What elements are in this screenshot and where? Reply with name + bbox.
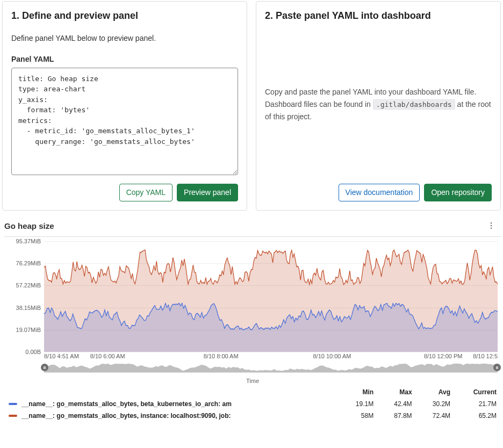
- y-tick: 57.22MiB: [16, 282, 41, 288]
- svg-point-1: [491, 225, 492, 226]
- x-tick: 8/10 12:00 PM: [424, 353, 463, 359]
- card-subtitle: Define panel YAML below to preview panel…: [11, 33, 238, 44]
- series-label: __name__: go_memstats_alloc_bytes, beta_…: [21, 400, 232, 408]
- y-tick: 76.29MiB: [16, 260, 41, 266]
- x-tick: 8/10 12:5: [473, 353, 498, 359]
- table-row[interactable]: __name__: go_memstats_alloc_bytes, beta_…: [4, 398, 501, 410]
- chart-title: Go heap size: [4, 221, 54, 230]
- y-tick: 38.15MiB: [16, 305, 41, 311]
- series-swatch: [9, 403, 17, 405]
- stat-max: 87.8M: [378, 410, 416, 422]
- y-tick: 0.00B: [25, 349, 41, 355]
- paste-panel-copy: Copy and paste the panel YAML into your …: [265, 86, 492, 122]
- copy-yaml-button[interactable]: Copy YAML: [119, 184, 173, 201]
- x-tick: 8/10 8:00 AM: [204, 353, 239, 359]
- open-repository-button[interactable]: Open repository: [424, 184, 492, 201]
- stats-table: MinMaxAvgCurrent __name__: go_memstats_a…: [4, 386, 501, 422]
- stats-column-header: Max: [378, 386, 416, 398]
- yaml-field-label: Panel YAML: [11, 55, 238, 63]
- stats-column-header: [4, 386, 340, 398]
- chart-svg: [44, 241, 498, 352]
- brush-handle-right[interactable]: II: [493, 364, 501, 371]
- y-axis: 0.00B19.07MiB38.15MiB57.22MiB76.29MiB95.…: [4, 241, 43, 352]
- chart-plot-area[interactable]: 0.00B19.07MiB38.15MiB57.22MiB76.29MiB95.…: [4, 241, 501, 359]
- stat-avg: 30.2M: [416, 398, 455, 410]
- card-title: 1. Define and preview panel: [11, 10, 238, 21]
- stat-avg: 72.4M: [416, 410, 455, 422]
- stat-current: 21.7M: [455, 398, 501, 410]
- yaml-textarea[interactable]: [11, 68, 238, 175]
- stat-min: 58M: [340, 410, 378, 422]
- brush-handle-left[interactable]: II: [41, 364, 48, 371]
- table-row[interactable]: __name__: go_memstats_alloc_bytes, insta…: [4, 410, 501, 422]
- svg-point-0: [491, 222, 492, 223]
- stat-current: 65.2M: [455, 410, 501, 422]
- define-panel-card: 1. Define and preview panel Define panel…: [2, 1, 247, 211]
- stat-min: 19.1M: [340, 398, 378, 410]
- brush-sparkline: [44, 363, 498, 373]
- chart-menu-button[interactable]: [485, 219, 498, 232]
- x-tick: 8/10 4:51 AM: [44, 353, 79, 359]
- paste-panel-card: 2. Paste panel YAML into dashboard Copy …: [256, 1, 501, 211]
- stats-column-header: Min: [340, 386, 378, 398]
- card-actions: View documentation Open repository: [265, 175, 492, 201]
- card-title: 2. Paste panel YAML into dashboard: [265, 10, 492, 21]
- stat-max: 42.4M: [378, 398, 416, 410]
- svg-point-2: [491, 228, 492, 229]
- x-tick: 8/10 6:00 AM: [90, 353, 125, 359]
- chart-panel: Go heap size 0.00B19.07MiB38.15MiB57.22M…: [0, 211, 503, 422]
- x-tick: 8/10 10:00 AM: [313, 353, 351, 359]
- y-tick: 19.07MiB: [16, 327, 41, 333]
- view-documentation-button[interactable]: View documentation: [339, 184, 420, 201]
- y-tick: 95.37MiB: [16, 238, 41, 244]
- series-label: __name__: go_memstats_alloc_bytes, insta…: [21, 412, 231, 420]
- brush-caption: Time: [4, 378, 501, 384]
- x-axis: 8/10 4:51 AM8/10 6:00 AM8/10 8:00 AM8/10…: [44, 352, 498, 359]
- kebab-icon: [487, 222, 495, 229]
- preview-panel-button[interactable]: Preview panel: [177, 184, 238, 201]
- divider: [4, 236, 501, 237]
- dashboards-path-code: .gitlab/dashboards: [373, 99, 455, 110]
- time-brush[interactable]: II II: [44, 363, 498, 374]
- card-actions: Copy YAML Preview panel: [11, 175, 238, 201]
- series-swatch: [9, 415, 17, 417]
- stats-column-header: Current: [455, 386, 501, 398]
- stats-column-header: Avg: [416, 386, 455, 398]
